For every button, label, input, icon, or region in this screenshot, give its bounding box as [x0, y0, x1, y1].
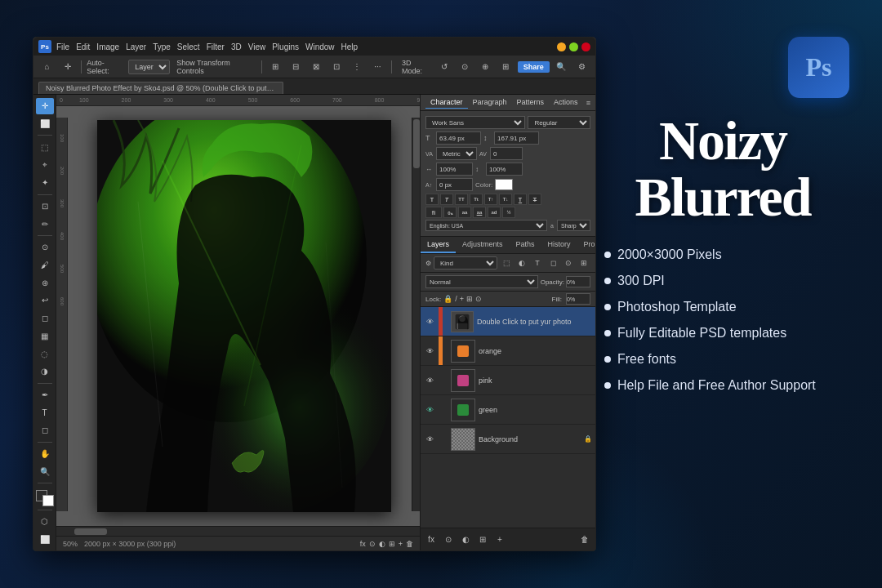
dodge-tool[interactable]: ◑: [36, 363, 54, 380]
eraser-tool[interactable]: ◻: [36, 310, 54, 327]
tab-actions[interactable]: Actions: [549, 96, 583, 109]
menu-edit[interactable]: Edit: [76, 42, 90, 51]
background-color[interactable]: [42, 495, 54, 506]
menu-type[interactable]: Type: [153, 42, 171, 51]
zoom-3d-icon[interactable]: ⊞: [497, 58, 514, 76]
tab-patterns[interactable]: Patterns: [512, 96, 550, 109]
layer-item[interactable]: 👁 Double Click to put yur photo: [421, 307, 595, 336]
filter-pixel-icon[interactable]: ⬚: [500, 256, 513, 270]
layer-visibility-toggle[interactable]: 👁: [424, 316, 435, 327]
filter-smart-icon[interactable]: ⊙: [562, 256, 575, 270]
brush-tool[interactable]: 🖌: [36, 257, 54, 274]
superscript-button[interactable]: T↑: [484, 194, 497, 205]
layer-select[interactable]: Layer: [128, 60, 170, 74]
ad-button[interactable]: ad: [488, 207, 501, 218]
anti-alias-select[interactable]: Sharp: [557, 220, 590, 231]
tab-character[interactable]: Character: [425, 96, 468, 109]
layer-mask-icon[interactable]: ⊙: [369, 540, 376, 548]
menu-3d[interactable]: 3D: [231, 42, 242, 51]
tab-history[interactable]: History: [541, 237, 577, 253]
share-button[interactable]: Share: [518, 61, 550, 73]
opacity-input[interactable]: [566, 276, 590, 287]
move-tool[interactable]: ✛: [36, 98, 54, 114]
align-left-icon[interactable]: ⊞: [266, 58, 283, 76]
eyedropper-tool[interactable]: ✏: [36, 216, 54, 232]
menu-plugins[interactable]: Plugins: [272, 42, 299, 51]
layer-visibility-toggle[interactable]: 👁: [424, 375, 435, 386]
distribute-icon[interactable]: ⋮: [349, 58, 366, 76]
lock-position-icon[interactable]: 🔒: [443, 295, 452, 303]
fill-input[interactable]: [566, 293, 590, 305]
fraction-button[interactable]: ½: [502, 207, 515, 218]
filter-adjust-icon[interactable]: ◐: [515, 256, 528, 270]
layer-item[interactable]: 👁 green: [421, 395, 595, 425]
underline-button[interactable]: T: [514, 194, 527, 205]
vertical-scrollbar[interactable]: [412, 118, 420, 511]
menu-image[interactable]: Image: [96, 42, 119, 51]
fx-icon[interactable]: fx: [360, 540, 366, 548]
lasso-tool[interactable]: ⌖: [36, 157, 54, 173]
adjustment-icon[interactable]: ◐: [379, 540, 385, 548]
layer-item[interactable]: 👁 pink: [421, 366, 595, 395]
gradient-tool[interactable]: ▦: [36, 327, 54, 344]
orbit-icon[interactable]: ⊙: [457, 58, 474, 76]
active-document-tab[interactable]: Noisy Blurred Photo Effect by Sko4.psd @…: [38, 82, 283, 94]
tab-adjustments[interactable]: Adjustments: [456, 237, 510, 253]
font-style-select[interactable]: Regular: [528, 116, 590, 129]
foreground-background-colors[interactable]: [36, 490, 54, 506]
clone-stamp-tool[interactable]: ⊛: [36, 274, 54, 291]
layer-visibility-toggle[interactable]: 👁: [424, 404, 435, 416]
scrollbar-thumb-v[interactable]: [413, 119, 420, 168]
home-icon[interactable]: ⌂: [38, 58, 56, 76]
marquee-tool[interactable]: ⬚: [36, 139, 54, 155]
add-mask-button[interactable]: ⊙: [441, 532, 456, 547]
move-tool-icon[interactable]: ✛: [59, 58, 76, 76]
group-icon[interactable]: ⊞: [389, 540, 395, 548]
menu-file[interactable]: File: [56, 42, 69, 51]
history-brush-tool[interactable]: ↩: [36, 292, 54, 309]
new-group-button[interactable]: ⊞: [475, 532, 490, 547]
menu-view[interactable]: View: [248, 42, 266, 51]
color-swatch[interactable]: [495, 179, 513, 190]
lock-pixels-icon[interactable]: /: [455, 295, 457, 303]
tracking-select[interactable]: Metrics: [436, 147, 477, 160]
menu-window[interactable]: Window: [305, 42, 335, 51]
scrollbar-thumb-h[interactable]: [74, 528, 107, 535]
scale-v-input[interactable]: [486, 163, 523, 176]
pan-icon[interactable]: ⊕: [477, 58, 494, 76]
smallcaps-button[interactable]: Tt: [470, 194, 483, 205]
magic-wand-tool[interactable]: ✦: [36, 175, 54, 191]
hand-tool[interactable]: ✋: [36, 446, 54, 462]
rotate-icon[interactable]: ↺: [435, 58, 452, 76]
artboard-tool[interactable]: ⬜: [36, 116, 54, 132]
new-layer-button[interactable]: +: [492, 532, 507, 547]
filter-type-icon[interactable]: T: [531, 256, 544, 270]
menu-filter[interactable]: Filter: [207, 42, 225, 51]
blur-tool[interactable]: ◌: [36, 345, 54, 362]
kerning-input[interactable]: [490, 147, 523, 160]
scale-h-input[interactable]: [436, 163, 473, 176]
baseline-input[interactable]: [436, 178, 473, 191]
lock-vector-icon[interactable]: ⊙: [475, 295, 482, 303]
fi-ligature-button[interactable]: fi: [425, 207, 442, 218]
minimize-button[interactable]: [557, 42, 566, 51]
tab-paragraph[interactable]: Paragraph: [468, 96, 512, 109]
more-icon[interactable]: ···: [369, 58, 386, 76]
language-select[interactable]: English: USA: [425, 220, 547, 231]
horizontal-scrollbar[interactable]: [56, 526, 420, 536]
menu-select[interactable]: Select: [177, 42, 200, 51]
maximize-button[interactable]: [569, 42, 578, 51]
zoom-tool[interactable]: 🔍: [36, 463, 54, 479]
layer-item[interactable]: 👁 orange: [421, 336, 595, 366]
quick-mask-tool[interactable]: ⬡: [36, 514, 54, 530]
strikethrough-button[interactable]: T: [528, 194, 541, 205]
bold-button[interactable]: T: [425, 194, 439, 205]
layer-visibility-toggle[interactable]: 👁: [424, 345, 435, 357]
italic-button[interactable]: T: [440, 194, 453, 205]
layer-visibility-toggle[interactable]: 👁: [424, 434, 435, 445]
layers-filter-select[interactable]: Kind: [434, 256, 497, 270]
uppercase-button[interactable]: TT: [455, 194, 468, 205]
tab-layers[interactable]: Layers: [421, 237, 456, 253]
aa-button[interactable]: aa: [473, 207, 486, 218]
layer-style-button[interactable]: fx: [424, 532, 439, 547]
